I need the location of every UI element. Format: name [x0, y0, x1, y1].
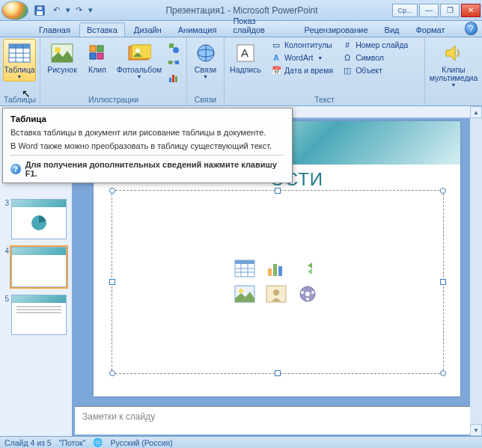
svg-rect-13 — [90, 53, 96, 59]
thumb-number: 4 — [1, 247, 9, 255]
resize-handle[interactable] — [109, 370, 115, 376]
help-button[interactable]: ? — [465, 22, 478, 35]
links-label: Связи — [195, 66, 216, 74]
tooltip-title: Таблица — [10, 114, 284, 123]
smartart-icon[interactable] — [168, 57, 180, 69]
undo-icon[interactable]: ↶ — [49, 4, 63, 17]
svg-rect-39 — [273, 264, 277, 276]
chart-icon[interactable] — [168, 72, 180, 84]
save-icon[interactable] — [33, 4, 46, 17]
slidenumber-button[interactable]: #Номер слайда — [341, 39, 409, 51]
tooltip-line2: В Word также можно преобразовать в табли… — [10, 141, 284, 150]
textbox-button[interactable]: A Надпись — [228, 39, 263, 76]
chevron-down-icon: ▼ — [203, 74, 208, 79]
slide-thumbnail[interactable] — [11, 295, 67, 335]
redo-icon[interactable]: ↷ — [72, 4, 85, 17]
chevron-down-icon: ▼ — [137, 74, 142, 79]
resize-handle[interactable] — [275, 188, 281, 194]
wordart-button[interactable]: AWordArt▼ — [269, 52, 335, 64]
tab-home[interactable]: Главная — [31, 22, 78, 37]
slide-thumbnail[interactable] — [11, 199, 67, 239]
svg-point-44 — [273, 289, 279, 295]
svg-point-10 — [55, 47, 61, 53]
group-tables: Таблицы — [3, 94, 37, 105]
media-button[interactable]: Клипы мультимедиа ▼ — [428, 39, 479, 90]
tooltip-line1: Вставка таблицы в документ или рисование… — [10, 128, 284, 137]
tab-format[interactable]: Формат — [408, 22, 452, 37]
chevron-down-icon: ▼ — [451, 82, 457, 88]
thumb-number: 5 — [1, 295, 9, 303]
tooltip: Таблица Вставка таблицы в документ или р… — [2, 108, 293, 183]
scroll-down-icon[interactable]: ▼ — [470, 424, 482, 436]
clip-button[interactable]: Клип — [84, 39, 111, 76]
status-lang-icon: 🌐 — [93, 438, 103, 447]
minimize-button[interactable]: — — [419, 4, 439, 17]
textbox-label: Надпись — [230, 66, 261, 74]
resize-handle[interactable] — [109, 279, 115, 285]
group-media — [428, 94, 479, 105]
tab-animation[interactable]: Анимация — [171, 22, 225, 37]
globe-icon — [194, 41, 218, 65]
spellcheck-button[interactable]: Ср... — [392, 4, 418, 17]
close-button[interactable]: ✕ — [461, 4, 481, 17]
headerfooter-button[interactable]: ▭Колонтитулы — [269, 39, 335, 51]
svg-point-46 — [305, 292, 310, 296]
object-button[interactable]: ◫Объект — [341, 64, 409, 76]
insert-picture-icon[interactable] — [233, 283, 257, 304]
svg-rect-4 — [9, 44, 30, 49]
svg-rect-21 — [175, 61, 179, 64]
speaker-icon — [442, 41, 466, 65]
scroll-up-icon[interactable]: ▲ — [470, 106, 482, 118]
svg-point-49 — [306, 298, 309, 301]
tooltip-help: ? Для получения дополнительных сведений … — [10, 160, 284, 178]
picture-button[interactable]: Рисунок — [43, 39, 81, 76]
tab-review[interactable]: Рецензирование — [297, 22, 376, 37]
shapes-icon[interactable] — [168, 42, 180, 54]
status-theme: "Поток" — [59, 438, 86, 447]
ribbon: Таблица ▼ Таблицы Рисунок Клип Фотоальбо… — [0, 37, 482, 106]
chevron-down-icon: ▼ — [17, 74, 22, 79]
insert-media-icon[interactable] — [296, 283, 320, 304]
svg-point-42 — [239, 289, 243, 293]
tab-insert[interactable]: Вставка — [79, 22, 125, 37]
insert-table-icon[interactable] — [233, 258, 257, 279]
insert-smartart-icon[interactable] — [296, 258, 320, 279]
notes-pane[interactable]: Заметки к слайду — [75, 406, 479, 435]
textbox-icon: A — [234, 41, 257, 65]
resize-handle[interactable] — [440, 370, 446, 376]
group-links: Связи — [190, 94, 221, 105]
content-placeholder[interactable] — [112, 190, 444, 374]
object-label: Объект — [356, 66, 382, 75]
maximize-button[interactable]: ❐ — [440, 4, 460, 17]
svg-rect-1 — [37, 11, 43, 15]
tab-design[interactable]: Дизайн — [126, 22, 169, 37]
help-icon: ? — [10, 164, 21, 174]
slide-thumbnail[interactable] — [11, 247, 67, 287]
office-button[interactable] — [1, 1, 28, 20]
headerfooter-label: Колонтитулы — [284, 40, 332, 49]
object-icon: ◫ — [342, 65, 353, 76]
insert-chart-icon[interactable] — [264, 258, 288, 279]
tab-slideshow[interactable]: Показ слайдов — [225, 13, 295, 37]
photoalbum-button[interactable]: Фотоальбом ▼ — [114, 39, 165, 82]
insert-clipart-icon[interactable] — [264, 283, 288, 304]
svg-rect-18 — [169, 43, 174, 48]
group-text: Текст — [228, 94, 421, 105]
svg-rect-11 — [90, 46, 96, 52]
symbol-button[interactable]: ΩСимвол — [341, 52, 409, 64]
resize-handle[interactable] — [440, 279, 446, 285]
links-button[interactable]: Связи ▼ — [190, 39, 221, 82]
svg-rect-40 — [278, 266, 282, 276]
svg-point-48 — [311, 291, 314, 294]
vertical-scrollbar[interactable]: ▲ ▼ — [470, 106, 482, 436]
resize-handle[interactable] — [109, 188, 115, 194]
table-button[interactable]: Таблица ▼ — [3, 39, 36, 82]
svg-rect-24 — [172, 75, 174, 82]
resize-handle[interactable] — [440, 188, 446, 194]
clip-label: Клип — [88, 66, 106, 74]
tab-view[interactable]: Вид — [377, 22, 407, 37]
resize-handle[interactable] — [275, 370, 281, 376]
table-icon — [7, 41, 31, 65]
status-language: Русский (Россия) — [110, 438, 172, 447]
datetime-button[interactable]: 📅Дата и время — [269, 64, 335, 76]
